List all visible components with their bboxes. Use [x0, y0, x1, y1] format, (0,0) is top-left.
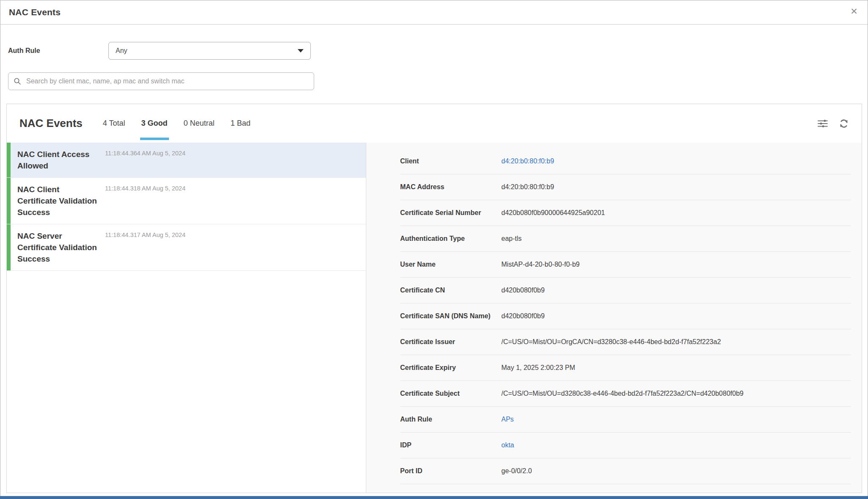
detail-label: Certificate Subject: [400, 389, 501, 399]
close-button[interactable]: ✕: [847, 5, 861, 18]
panel-header-icons: [817, 118, 850, 130]
detail-row: Certificate Serial Numberd420b080f0b9000…: [400, 200, 851, 226]
detail-label: MAC Address: [400, 182, 501, 192]
event-list: NAC Client Access Allowed11:18:44.364 AM…: [7, 143, 366, 493]
detail-label: Authentication Type: [400, 234, 501, 244]
chevron-down-icon: [298, 49, 304, 52]
detail-row: Certificate SAN (DNS Name)d420b080f0b9: [400, 303, 851, 329]
status-good-bar: [7, 224, 11, 270]
event-list-item[interactable]: NAC Server Certificate Validation Succes…: [7, 224, 366, 271]
detail-row: Certificate ExpiryMay 1, 2025 2:00:23 PM: [400, 355, 851, 381]
detail-value: ge-0/0/2.0: [501, 466, 532, 476]
status-good-bar: [7, 178, 11, 224]
detail-value: d420b080f0b90000644925a90201: [501, 208, 605, 218]
refresh-button[interactable]: [838, 118, 850, 130]
detail-label: Port ID: [400, 466, 501, 476]
bottom-strip: [0, 496, 868, 499]
detail-value: /C=US/O=Mist/OU=OrgCA/CN=d3280c38-e446-4…: [501, 337, 721, 347]
modal-title: NAC Events: [9, 7, 61, 17]
detail-label: Certificate Serial Number: [400, 208, 501, 218]
detail-row: Clientd4:20:b0:80:f0:b9: [400, 149, 851, 174]
detail-label: Certificate SAN (DNS Name): [400, 311, 501, 321]
close-icon: ✕: [850, 6, 858, 17]
detail-row: Auth RuleAPs: [400, 407, 851, 433]
event-title: NAC Server Certificate Validation Succes…: [17, 230, 100, 265]
detail-label: Certificate Issuer: [400, 337, 501, 347]
detail-label: User Name: [400, 259, 501, 270]
filters-section: Auth Rule Any: [0, 25, 868, 90]
detail-row: Authentication Typeeap-tls: [400, 226, 851, 252]
detail-rows: Clientd4:20:b0:80:f0:b9MAC Addressd4:20:…: [400, 149, 851, 484]
detail-label: Certificate CN: [400, 285, 501, 295]
detail-value: eap-tls: [501, 234, 522, 244]
detail-value: d4:20:b0:80:f0:b9: [501, 182, 554, 192]
detail-value: /C=US/O=Mist/OU=d3280c38-e446-4bed-bd2d-…: [501, 389, 744, 399]
auth-rule-label: Auth Rule: [8, 47, 108, 55]
event-timestamp: 11:18:44.364 AM Aug 5, 2024: [105, 150, 185, 157]
event-title: NAC Client Certificate Validation Succes…: [17, 184, 100, 218]
event-list-item[interactable]: NAC Client Certificate Validation Succes…: [7, 178, 366, 224]
detail-row: Port IDge-0/0/2.0: [400, 458, 851, 484]
detail-row: Certificate Subject/C=US/O=Mist/OU=d3280…: [400, 381, 851, 407]
detail-value: MistAP-d4-20-b0-80-f0-b9: [501, 259, 580, 270]
panel-header: NAC Events 4 Total3 Good0 Neutral1 Bad: [7, 104, 862, 143]
filter-settings-button[interactable]: [817, 118, 829, 130]
event-list-item[interactable]: NAC Client Access Allowed11:18:44.364 AM…: [7, 143, 366, 178]
search-input[interactable]: [25, 77, 309, 85]
detail-value-link[interactable]: APs: [501, 414, 514, 425]
event-title: NAC Client Access Allowed: [17, 149, 100, 171]
tab-good[interactable]: 3 Good: [141, 119, 168, 128]
search-box[interactable]: [8, 72, 314, 90]
event-tabs: 4 Total3 Good0 Neutral1 Bad: [103, 119, 251, 128]
nac-events-panel: NAC Events 4 Total3 Good0 Neutral1 Bad: [6, 104, 862, 493]
auth-rule-selected-value: Any: [116, 47, 298, 55]
detail-row: Certificate CNd420b080f0b9: [400, 278, 851, 303]
sliders-icon: [817, 119, 828, 128]
status-good-bar: [7, 143, 11, 177]
panel-body: NAC Client Access Allowed11:18:44.364 AM…: [7, 143, 862, 493]
detail-row: MAC Addressd4:20:b0:80:f0:b9: [400, 174, 851, 200]
detail-label: Certificate Expiry: [400, 363, 501, 373]
detail-value-link[interactable]: d4:20:b0:80:f0:b9: [501, 156, 554, 166]
search-icon: [14, 77, 21, 85]
detail-row: User NameMistAP-d4-20-b0-80-f0-b9: [400, 252, 851, 278]
auth-rule-row: Auth Rule Any: [8, 42, 868, 60]
tab-neutral[interactable]: 0 Neutral: [184, 119, 215, 128]
auth-rule-select[interactable]: Any: [108, 42, 311, 60]
detail-label: Auth Rule: [400, 414, 501, 425]
event-timestamp: 11:18:44.318 AM Aug 5, 2024: [105, 185, 185, 192]
modal-header: NAC Events ✕: [0, 0, 868, 25]
panel-title: NAC Events: [19, 117, 83, 130]
refresh-icon: [838, 118, 849, 129]
detail-row: Certificate Issuer/C=US/O=Mist/OU=OrgCA/…: [400, 329, 851, 355]
event-timestamp: 11:18:44.317 AM Aug 5, 2024: [105, 232, 185, 238]
detail-value-link[interactable]: okta: [501, 440, 514, 450]
event-details: Clientd4:20:b0:80:f0:b9MAC Addressd4:20:…: [366, 143, 862, 493]
detail-value: d420b080f0b9: [501, 285, 545, 295]
tab-total[interactable]: 4 Total: [103, 119, 125, 128]
nac-events-modal: NAC Events ✕ Auth Rule Any NAC Events 4 …: [0, 0, 868, 496]
detail-value: May 1, 2025 2:00:23 PM: [501, 363, 575, 373]
detail-value: d420b080f0b9: [501, 311, 545, 321]
detail-label: IDP: [400, 440, 501, 450]
tab-bad[interactable]: 1 Bad: [231, 119, 251, 128]
detail-label: Client: [400, 156, 501, 166]
detail-row: IDPokta: [400, 433, 851, 458]
